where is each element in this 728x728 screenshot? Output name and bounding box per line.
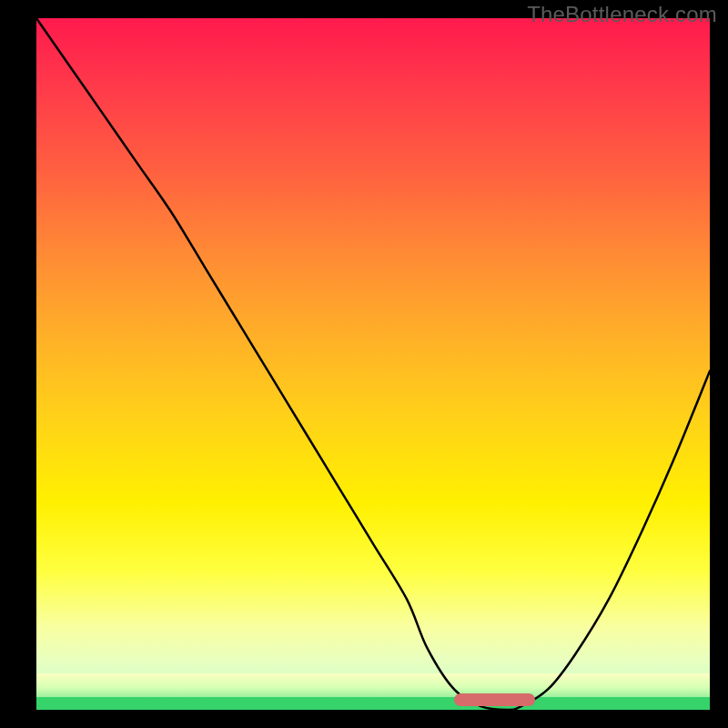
chart-frame: TheBottleneck.com — [0, 0, 728, 728]
minimum-marker — [454, 693, 535, 706]
watermark-label: TheBottleneck.com — [527, 2, 717, 27]
plot-area — [36, 18, 710, 710]
bottleneck-curve — [36, 18, 710, 710]
